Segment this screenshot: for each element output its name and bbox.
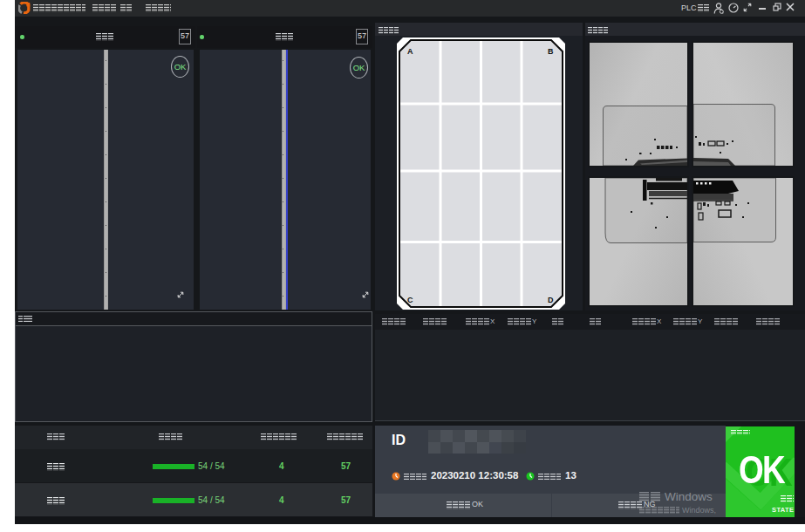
svg-text:D: D [548, 296, 554, 304]
svg-text:C: C [407, 296, 413, 304]
svg-text:A: A [407, 47, 413, 56]
svg-text:B: B [548, 47, 554, 56]
